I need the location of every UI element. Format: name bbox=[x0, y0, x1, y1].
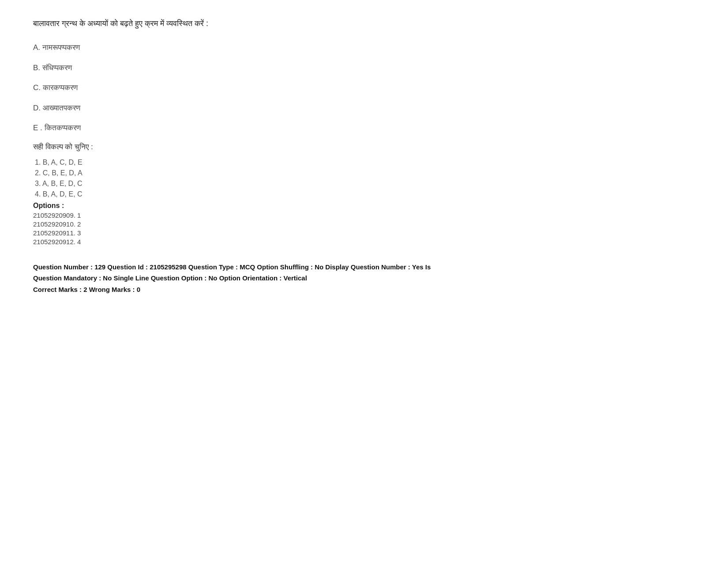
answer-3-num: 3. bbox=[35, 180, 41, 187]
options-row-1: 21052920909. 1 bbox=[33, 212, 695, 219]
answer-1-num: 1. bbox=[35, 159, 41, 166]
option-b-label: B. bbox=[33, 64, 40, 72]
options-row-3: 21052920911. 3 bbox=[33, 229, 695, 237]
option-a-text: नामरूपप्पकरण bbox=[42, 43, 80, 52]
option-d-text: आख्यातपकरण bbox=[43, 104, 80, 112]
answer-options-list: 1. B, A, C, D, E 2. C, B, E, D, A 3. A, … bbox=[33, 159, 695, 198]
option-b-text: संधिप्पकरण bbox=[42, 64, 72, 72]
options-list: A. नामरूपप्पकरण B. संधिप्पकरण C. कारकप्प… bbox=[33, 42, 695, 134]
answer-3-text: A, B, E, D, C bbox=[42, 180, 83, 187]
options-row-2: 21052920910. 2 bbox=[33, 220, 695, 228]
option-c-text: कारकप्पकरण bbox=[43, 83, 78, 92]
answer-2-text: C, B, E, D, A bbox=[43, 169, 83, 177]
answer-2-num: 2. bbox=[35, 169, 41, 177]
option-b: B. संधिप्पकरण bbox=[33, 62, 695, 74]
answer-2: 2. C, B, E, D, A bbox=[33, 169, 695, 177]
meta-line2: Question Mandatory : No Single Line Ques… bbox=[33, 272, 695, 284]
option-c: C. कारकप्पकरण bbox=[33, 82, 695, 94]
choose-label: सही विकल्प को चुनिए : bbox=[33, 143, 695, 151]
option-c-label: C. bbox=[33, 83, 41, 92]
answer-4-num: 4. bbox=[35, 190, 41, 198]
option-a-label: A. bbox=[33, 43, 40, 52]
answer-1: 1. B, A, C, D, E bbox=[33, 159, 695, 166]
answer-1-text: B, A, C, D, E bbox=[43, 159, 83, 166]
option-e: E . कितकप्पकरण bbox=[33, 122, 695, 134]
answer-4: 4. B, A, D, E, C bbox=[33, 190, 695, 198]
question-text: बालावतार ग्रन्थ के अध्यायों को बढ़ते हुए… bbox=[33, 18, 695, 30]
option-d-label: D. bbox=[33, 104, 41, 112]
options-row-4: 21052920912. 4 bbox=[33, 238, 695, 246]
answer-3: 3. A, B, E, D, C bbox=[33, 180, 695, 188]
option-e-label: E . bbox=[33, 124, 42, 132]
option-d: D. आख्यातपकरण bbox=[33, 102, 695, 114]
meta-line3: Correct Marks : 2 Wrong Marks : 0 bbox=[33, 284, 695, 295]
meta-section: Question Number : 129 Question Id : 2105… bbox=[33, 261, 695, 295]
option-a: A. नामरूपप्पकरण bbox=[33, 42, 695, 53]
question-block: बालावतार ग्रन्थ के अध्यायों को बढ़ते हुए… bbox=[33, 18, 695, 295]
option-e-text: कितकप्पकरण bbox=[45, 124, 81, 132]
options-section: Options : 21052920909. 1 21052920910. 2 … bbox=[33, 202, 695, 246]
options-label: Options : bbox=[33, 202, 695, 210]
answer-4-text: B, A, D, E, C bbox=[43, 190, 83, 198]
meta-line1: Question Number : 129 Question Id : 2105… bbox=[33, 261, 695, 273]
